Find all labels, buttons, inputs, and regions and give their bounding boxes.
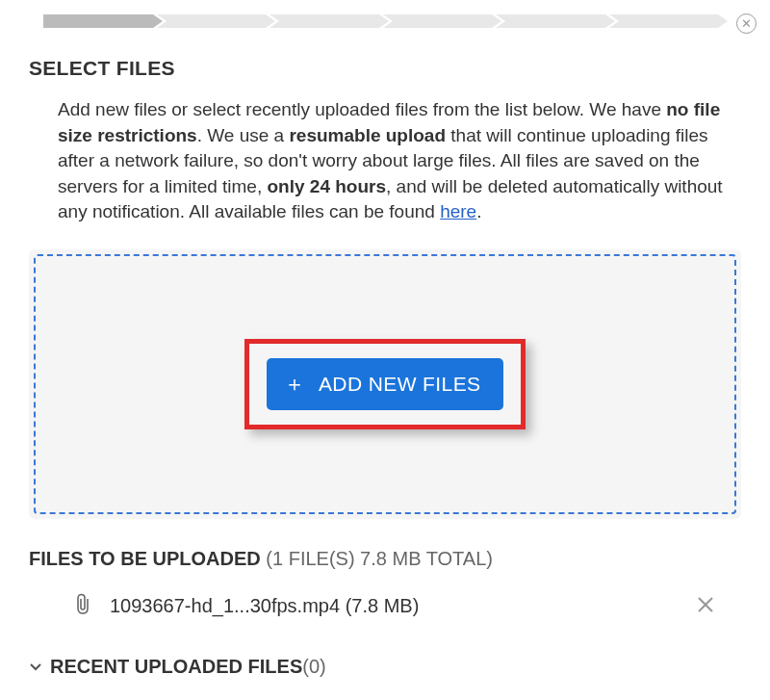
step-4[interactable] — [383, 14, 493, 28]
desc-part5: . — [476, 201, 481, 221]
step-2[interactable] — [157, 14, 267, 28]
file-row: 1093667-hd_1...30fps.mp4 (7.8 MB) — [29, 591, 741, 622]
step-3[interactable] — [270, 14, 379, 28]
desc-bold3: only 24 hours — [268, 176, 387, 196]
files-to-upload-count: (1 FILE(S) 7.8 MB TOTAL) — [261, 548, 493, 569]
step-6[interactable] — [609, 14, 719, 28]
file-name: 1093667-hd_1...30fps.mp4 (7.8 MB) — [110, 595, 692, 617]
recent-label: RECENT UPLOADED FILES — [50, 656, 302, 678]
remove-file-button[interactable] — [692, 591, 741, 622]
progress-steps — [43, 14, 722, 28]
files-to-upload-label: FILES TO BE UPLOADED — [29, 548, 261, 569]
add-button-label: ADD NEW FILES — [319, 373, 481, 396]
chevron-down-icon — [29, 656, 42, 678]
dropzone[interactable]: ＋ ADD NEW FILES — [34, 254, 736, 514]
desc-part2: . We use a — [197, 125, 290, 145]
close-icon: ✕ — [741, 17, 752, 30]
step-5[interactable] — [496, 14, 605, 28]
paperclip-icon — [75, 593, 92, 620]
desc-bold2: resumable upload — [289, 125, 446, 145]
here-link[interactable]: here — [440, 201, 476, 221]
close-button[interactable]: ✕ — [736, 13, 757, 34]
description-text: Add new files or select recently uploade… — [58, 97, 741, 225]
plus-icon: ＋ — [284, 374, 305, 395]
files-to-upload-header: FILES TO BE UPLOADED (1 FILE(S) 7.8 MB T… — [29, 548, 741, 570]
select-files-title: SELECT FILES — [29, 57, 741, 80]
dropzone-wrapper: ＋ ADD NEW FILES — [29, 249, 741, 519]
recent-uploaded-header[interactable]: RECENT UPLOADED FILES (0) — [29, 656, 741, 678]
close-icon — [697, 596, 714, 613]
add-new-files-button[interactable]: ＋ ADD NEW FILES — [267, 358, 504, 410]
desc-part1: Add new files or select recently uploade… — [58, 99, 666, 119]
highlight-box: ＋ ADD NEW FILES — [244, 339, 526, 429]
step-1[interactable] — [43, 14, 153, 28]
recent-count: (0) — [302, 656, 325, 678]
